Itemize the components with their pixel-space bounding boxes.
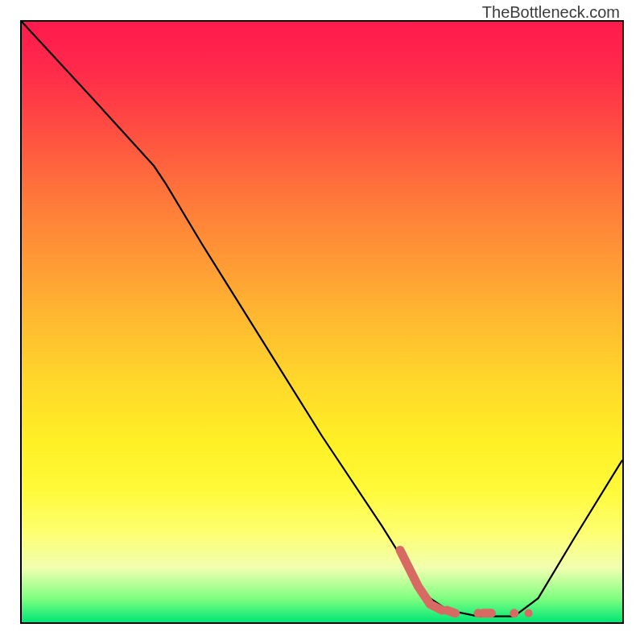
svg-point-4 <box>525 609 533 617</box>
chart-container: TheBottleneck.com <box>0 0 644 644</box>
watermark-text: TheBottleneck.com <box>482 3 620 22</box>
svg-line-0 <box>447 610 455 613</box>
bottleneck-curve <box>22 22 622 617</box>
svg-point-3 <box>510 609 518 617</box>
chart-svg <box>22 22 622 622</box>
plot-area <box>20 20 624 624</box>
